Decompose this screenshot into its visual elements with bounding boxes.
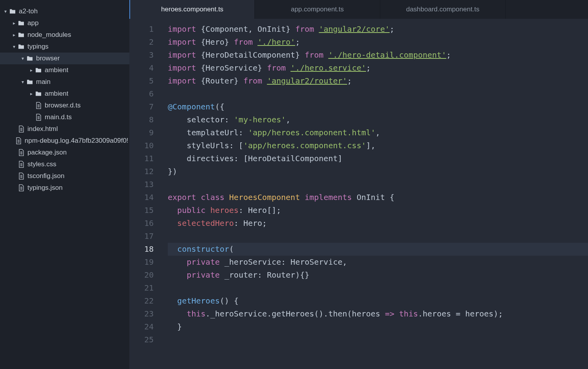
- line-number: 10: [129, 139, 161, 152]
- folder-icon: [17, 32, 25, 38]
- tree-item-label: browser.d.ts: [45, 102, 81, 109]
- tree-item-label: browser: [36, 55, 60, 62]
- editor-pane: heroes.component.tsapp.component.tsdashb…: [129, 0, 588, 369]
- file-icon: [17, 125, 25, 133]
- code-line[interactable]: getHeroes() {: [168, 294, 588, 307]
- line-number: 2: [129, 36, 161, 49]
- code-line[interactable]: directives: [HeroDetailComponent]: [168, 152, 588, 165]
- code-line[interactable]: }): [168, 165, 588, 178]
- code-content[interactable]: import {Component, OnInit} from 'angular…: [161, 19, 588, 369]
- code-line[interactable]: }: [168, 320, 588, 333]
- disclosure-icon[interactable]: ▾: [20, 79, 25, 85]
- tab-label: heroes.component.ts: [161, 5, 223, 13]
- file-icon: [34, 102, 42, 109]
- line-number: 11: [129, 152, 161, 165]
- tab-strip: heroes.component.tsapp.component.tsdashb…: [129, 0, 588, 19]
- tree-file[interactable]: package.json: [0, 147, 129, 158]
- editor-tab[interactable]: heroes.component.ts: [129, 0, 255, 19]
- tree-folder[interactable]: ▾typings: [0, 41, 129, 53]
- file-icon: [17, 173, 25, 180]
- code-line[interactable]: constructor(: [168, 243, 588, 256]
- code-line[interactable]: private _heroService: HeroService,: [168, 256, 588, 269]
- code-line[interactable]: templateUrl: 'app/heroes.component.html'…: [168, 126, 588, 139]
- tree-folder[interactable]: ▾a2-toh: [0, 5, 129, 17]
- line-number: 3: [129, 49, 161, 62]
- file-icon: [15, 137, 22, 144]
- disclosure-icon[interactable]: ▾: [12, 44, 16, 49]
- code-line[interactable]: [168, 230, 588, 243]
- line-number: 23: [129, 307, 161, 320]
- disclosure-icon[interactable]: ▾: [3, 9, 8, 14]
- editor-tab[interactable]: app.component.ts: [255, 0, 380, 19]
- disclosure-icon[interactable]: ▸: [29, 67, 34, 73]
- disclosure-icon[interactable]: ▸: [12, 32, 16, 38]
- file-tree-sidebar: ▾a2-toh▸app▸node_modules▾typings▾browser…: [0, 0, 129, 369]
- tree-folder[interactable]: ▸app: [0, 17, 129, 29]
- disclosure-icon[interactable]: ▸: [29, 91, 34, 96]
- tree-file[interactable]: npm-debug.log.4a7bfb23009a09f05052: [0, 135, 129, 147]
- line-number: 25: [129, 333, 161, 346]
- tree-file[interactable]: main.d.ts: [0, 111, 129, 123]
- tree-file[interactable]: tsconfig.json: [0, 170, 129, 182]
- tab-label: app.component.ts: [291, 5, 344, 13]
- code-line[interactable]: [168, 87, 588, 100]
- tree-item-label: node_modules: [27, 31, 71, 39]
- tree-folder[interactable]: ▾main: [0, 76, 129, 88]
- code-line[interactable]: import {HeroService} from './hero.servic…: [168, 62, 588, 75]
- tree-item-label: typings.json: [27, 184, 63, 192]
- code-line[interactable]: public heroes: Hero[];: [168, 204, 588, 217]
- code-line[interactable]: private _router: Router){}: [168, 269, 588, 282]
- code-line[interactable]: styleUrls: ['app/heroes.component.css'],: [168, 139, 588, 152]
- code-line[interactable]: import {HeroDetailComponent} from './her…: [168, 49, 588, 62]
- line-number: 24: [129, 320, 161, 333]
- folder-icon: [17, 20, 25, 26]
- tree-item-label: main.d.ts: [45, 113, 72, 121]
- code-line[interactable]: selectedHero: Hero;: [168, 217, 588, 230]
- tree-item-label: npm-debug.log.4a7bfb23009a09f05052: [25, 137, 128, 145]
- line-number: 1: [129, 23, 161, 36]
- line-number: 18: [129, 243, 161, 256]
- tree-item-label: a2-toh: [19, 7, 38, 15]
- code-line[interactable]: [168, 178, 588, 191]
- code-line[interactable]: import {Hero} from './hero';: [168, 36, 588, 49]
- code-line[interactable]: export class HeroesComponent implements …: [168, 191, 588, 204]
- line-number: 16: [129, 217, 161, 230]
- tree-item-label: tsconfig.json: [27, 172, 65, 180]
- tree-folder[interactable]: ▸node_modules: [0, 29, 129, 41]
- editor-tab[interactable]: dashboard.component.ts: [380, 0, 506, 19]
- code-line[interactable]: @Component({: [168, 100, 588, 113]
- code-line[interactable]: import {Router} from 'angular2/router';: [168, 75, 588, 87]
- line-number: 17: [129, 230, 161, 243]
- file-icon: [17, 149, 25, 156]
- line-number: 22: [129, 294, 161, 307]
- line-number: 7: [129, 100, 161, 113]
- tree-file[interactable]: browser.d.ts: [0, 100, 129, 111]
- line-number: 15: [129, 204, 161, 217]
- code-line[interactable]: this._heroService.getHeroes().then(heroe…: [168, 307, 588, 320]
- tree-file[interactable]: styles.css: [0, 158, 129, 170]
- code-line[interactable]: selector: 'my-heroes',: [168, 113, 588, 126]
- tree-folder[interactable]: ▸ambient: [0, 88, 129, 100]
- line-number: 20: [129, 269, 161, 282]
- folder-icon: [34, 91, 42, 96]
- tab-label: dashboard.component.ts: [406, 5, 479, 13]
- tree-folder[interactable]: ▸ambient: [0, 64, 129, 76]
- tree-file[interactable]: typings.json: [0, 182, 129, 194]
- code-line[interactable]: [168, 282, 588, 294]
- line-number: 6: [129, 87, 161, 100]
- line-number: 8: [129, 113, 161, 126]
- code-line[interactable]: import {Component, OnInit} from 'angular…: [168, 23, 588, 36]
- line-number: 21: [129, 282, 161, 294]
- tree-item-label: app: [27, 19, 38, 27]
- code-line[interactable]: [168, 333, 588, 346]
- disclosure-icon[interactable]: ▾: [20, 56, 25, 61]
- file-icon: [34, 114, 42, 121]
- tree-item-label: package.json: [27, 149, 67, 156]
- tree-folder[interactable]: ▾browser: [0, 53, 129, 64]
- disclosure-icon[interactable]: ▸: [12, 20, 16, 26]
- tree-item-label: ambient: [45, 66, 68, 74]
- tree-file[interactable]: index.html: [0, 123, 129, 135]
- folder-icon: [26, 56, 34, 61]
- code-area[interactable]: 1234567891011121314151617181920212223242…: [129, 19, 588, 369]
- file-icon: [17, 184, 25, 191]
